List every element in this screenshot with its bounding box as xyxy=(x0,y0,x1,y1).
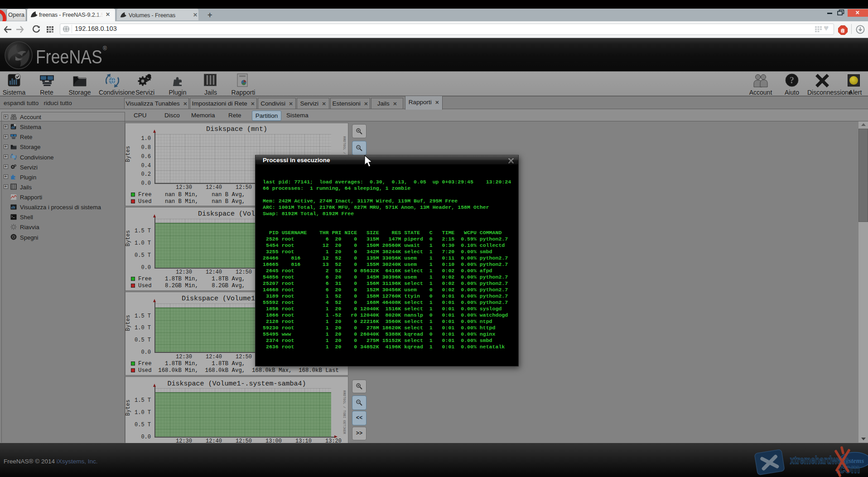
svg-text:?: ? xyxy=(790,75,794,85)
svg-text:RRDTOOL / TOBI OETIKER: RRDTOOL / TOBI OETIKER xyxy=(342,390,346,434)
